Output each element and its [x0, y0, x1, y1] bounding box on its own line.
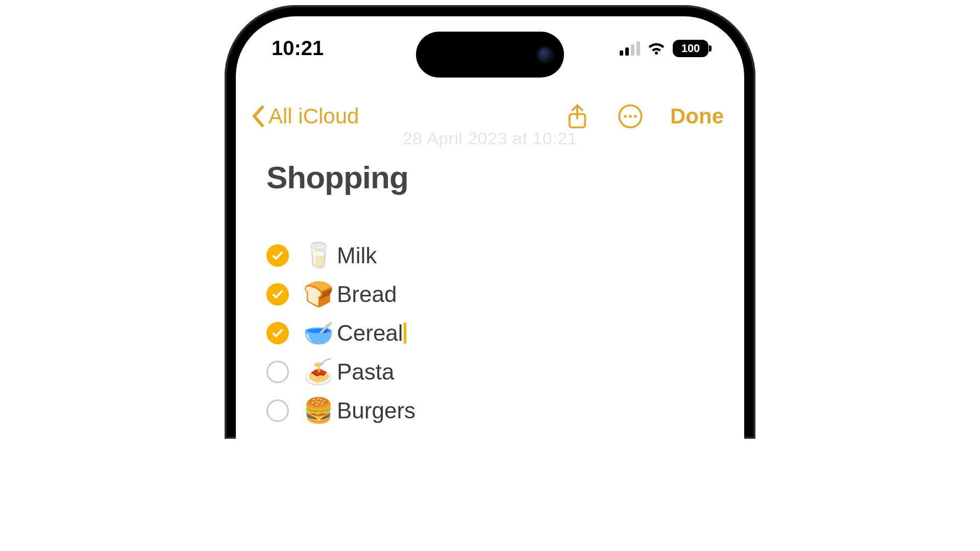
battery-indicator: 100 — [673, 40, 708, 57]
svg-point-4 — [634, 115, 637, 118]
item-text: Pasta — [337, 359, 395, 385]
svg-point-2 — [624, 115, 627, 118]
checklist-item[interactable]: 🥣Cereal — [266, 314, 714, 353]
checklist-item[interactable]: 🥛Milk — [266, 236, 714, 275]
checklist-item[interactable]: 🍝Pasta — [266, 353, 714, 391]
nav-bar: All iCloud — [236, 103, 744, 130]
more-button[interactable] — [617, 103, 644, 130]
ellipsis-circle-icon — [617, 103, 644, 130]
screen: 10:21 100 — [236, 16, 744, 439]
note-timestamp: 28 April 2023 at 10:21 — [236, 129, 744, 148]
item-emoji: 🍔 — [303, 398, 334, 423]
checkbox-checked-icon[interactable] — [266, 283, 289, 306]
item-text: Milk — [337, 243, 377, 268]
done-button[interactable]: Done — [670, 104, 724, 129]
text-cursor — [404, 322, 406, 344]
item-emoji: 🥣 — [303, 321, 334, 345]
checklist-item-label[interactable]: 🍔Burgers — [303, 398, 415, 423]
battery-level: 100 — [681, 42, 700, 55]
item-text: Bread — [337, 282, 397, 307]
item-emoji: 🍝 — [303, 360, 334, 384]
checklist-item-label[interactable]: 🍝Pasta — [303, 359, 395, 385]
cellular-signal-icon — [620, 41, 640, 56]
checkbox-checked-icon[interactable] — [266, 244, 289, 267]
wifi-icon — [647, 41, 666, 56]
note-content[interactable]: Shopping 🥛Milk🍞Bread🥣Cereal🍝Pasta🍔Burger… — [266, 159, 714, 430]
item-text: Cereal — [337, 320, 403, 346]
back-label: All iCloud — [268, 104, 359, 129]
checkbox-checked-icon[interactable] — [266, 322, 289, 344]
checklist-item-label[interactable]: 🍞Bread — [303, 282, 397, 307]
share-button[interactable] — [564, 103, 591, 130]
chevron-left-icon — [251, 105, 265, 128]
status-time: 10:21 — [272, 37, 324, 60]
checklist-item[interactable]: 🍞Bread — [266, 275, 714, 314]
item-text: Burgers — [337, 398, 415, 423]
checkbox-unchecked-icon[interactable] — [266, 399, 289, 422]
phone-frame: 10:21 100 — [225, 5, 755, 439]
note-title[interactable]: Shopping — [266, 159, 714, 195]
checklist-item[interactable]: 🍔Burgers — [266, 391, 714, 430]
share-icon — [564, 103, 591, 130]
item-emoji: 🍞 — [303, 282, 334, 307]
back-button[interactable]: All iCloud — [251, 104, 359, 129]
checklist[interactable]: 🥛Milk🍞Bread🥣Cereal🍝Pasta🍔Burgers — [266, 236, 714, 430]
checklist-item-label[interactable]: 🥛Milk — [303, 243, 377, 268]
checkbox-unchecked-icon[interactable] — [266, 361, 289, 383]
status-bar: 10:21 100 — [236, 37, 744, 60]
svg-point-3 — [629, 115, 632, 118]
checklist-item-label[interactable]: 🥣Cereal — [303, 320, 403, 346]
item-emoji: 🥛 — [303, 243, 334, 268]
